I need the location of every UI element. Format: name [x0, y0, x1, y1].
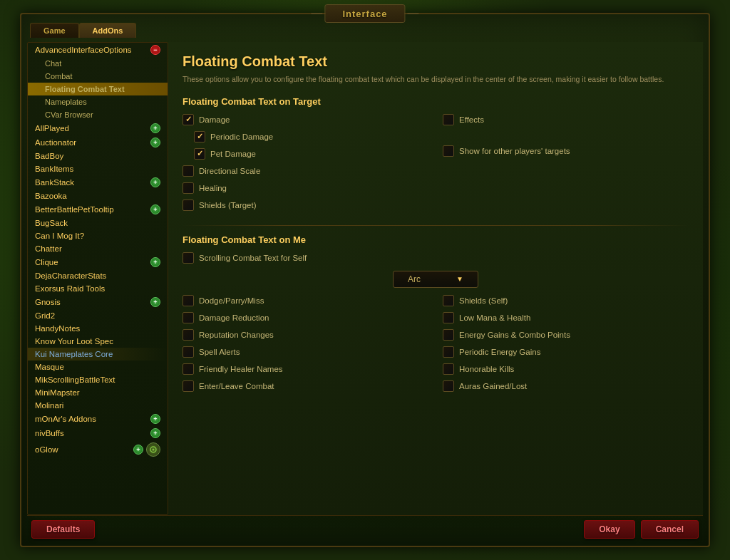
option-friendly-healer-names: Friendly Healer Names	[182, 363, 428, 375]
sidebar-item-auctionator[interactable]: Auctionator +	[28, 135, 168, 150]
label-scrolling-combat-self: Scrolling Combat Text for Self	[199, 254, 307, 262]
checkbox-honorable-kills[interactable]	[443, 363, 454, 375]
sidebar-item-bugsack[interactable]: BugSack	[28, 217, 168, 229]
expand-btn-auctionator[interactable]: +	[150, 138, 160, 147]
sidebar-item-dejacharacterstats[interactable]: DejaCharacterStats	[28, 269, 168, 282]
checkbox-low-mana-health[interactable]	[443, 312, 454, 323]
content-area: AdvancedInterfaceOptions − Chat Combat F…	[27, 42, 703, 515]
target-options-col2-single: Effects Show for other players' targets	[443, 114, 689, 157]
checkbox-spell-alerts[interactable]	[182, 346, 194, 358]
sidebar-item-bazooka[interactable]: Bazooka	[28, 190, 168, 202]
checkbox-healing[interactable]	[182, 182, 194, 194]
sidebar-label: BankStack	[35, 178, 74, 187]
checkbox-show-other-players[interactable]	[443, 145, 454, 157]
sidebar-item-oglow[interactable]: oGlow +	[28, 440, 168, 459]
target-options-col2: Effects Show for other players' targets	[443, 114, 689, 217]
checkbox-auras-gained-lost[interactable]	[443, 380, 454, 392]
section-title-on-me: Floating Combat Text on Me	[182, 234, 689, 245]
tab-game[interactable]: Game	[30, 23, 79, 38]
sidebar-label: Masque	[35, 363, 64, 371]
checkbox-enter-leave-combat[interactable]	[182, 380, 194, 392]
sidebar-item-molinari[interactable]: Molinari	[28, 399, 168, 412]
label-pet-damage: Pet Damage	[210, 150, 256, 158]
sidebar-item-masque[interactable]: Masque	[28, 361, 168, 373]
expand-btn-monars[interactable]: +	[150, 414, 160, 424]
option-healing: Healing	[182, 182, 428, 194]
label-low-mana-health: Low Mana & Health	[459, 313, 530, 322]
expand-btn-advanced[interactable]: −	[150, 45, 160, 55]
checkbox-reputation-changes[interactable]	[182, 329, 194, 341]
checkbox-pet-damage[interactable]	[194, 148, 205, 160]
sidebar-item-grid2[interactable]: Grid2	[28, 309, 168, 322]
expand-btn-clique[interactable]: +	[150, 257, 160, 267]
option-shields-self: Shields (Self)	[443, 295, 689, 306]
sidebar-label: MiniMapster	[35, 388, 80, 397]
minimap-icon[interactable]	[146, 442, 160, 457]
sidebar-item-cvar-browser[interactable]: CVar Browser	[28, 108, 168, 121]
sidebar-item-handynotes[interactable]: HandyNotes	[28, 322, 168, 335]
checkbox-effects[interactable]	[443, 114, 454, 125]
sidebar-item-exorsus[interactable]: Exorsus Raid Tools	[28, 282, 168, 295]
dropdown-row: Arc ▼	[182, 271, 689, 288]
sidebar-item-monars-addons[interactable]: mOnAr's Addons +	[28, 412, 168, 426]
checkbox-energy-gains-combo[interactable]	[443, 329, 454, 341]
checkbox-periodic-damage[interactable]	[194, 131, 205, 142]
checkbox-friendly-healer-names[interactable]	[182, 363, 194, 375]
expand-btn-bankstack[interactable]: +	[150, 177, 160, 187]
sidebar-item-allplayed[interactable]: AllPlayed +	[28, 121, 168, 135]
checkbox-directional-scale[interactable]	[182, 165, 194, 177]
sidebar-item-combat[interactable]: Combat	[28, 70, 168, 83]
label-effects: Effects	[459, 115, 484, 124]
option-damage: Damage	[182, 114, 428, 125]
checkbox-shields-self[interactable]	[443, 295, 454, 306]
sidebar-label: HandyNotes	[35, 324, 80, 333]
sidebar-item-gnosis[interactable]: Gnosis +	[28, 295, 168, 309]
sidebar-item-nivbuffs[interactable]: nivBuffs +	[28, 426, 168, 440]
sidebar-item-mikscrolling[interactable]: MikScrollingBattleText	[28, 373, 168, 386]
sidebar-item-clique[interactable]: Clique +	[28, 255, 168, 269]
sidebar-item-chat[interactable]: Chat	[28, 57, 168, 70]
checkbox-periodic-energy-gains[interactable]	[443, 346, 454, 358]
expand-btn-nivbuffs[interactable]: +	[150, 428, 160, 438]
sidebar-item-minimapster[interactable]: MiniMapster	[28, 386, 168, 399]
arc-dropdown[interactable]: Arc ▼	[393, 271, 478, 288]
sidebar-item-bankstack[interactable]: BankStack +	[28, 175, 168, 190]
checkbox-shields-target[interactable]	[182, 199, 194, 211]
checkbox-damage[interactable]	[182, 114, 194, 125]
sidebar-item-betterbattlepettooltip[interactable]: BetterBattlePetTooltip +	[28, 202, 168, 217]
checkbox-damage-reduction[interactable]	[182, 312, 194, 323]
cancel-button[interactable]: Cancel	[641, 520, 699, 539]
sidebar-label: MikScrollingBattleText	[35, 375, 115, 384]
option-show-other-players: Show for other players' targets	[443, 145, 689, 157]
sidebar-item-canimogit[interactable]: Can I Mog It?	[28, 229, 168, 242]
sidebar-item-floating-combat-text[interactable]: Floating Combat Text	[28, 83, 168, 95]
checkbox-dodge-parry-miss[interactable]	[182, 295, 194, 306]
expand-btn-oglow[interactable]: +	[133, 445, 143, 455]
sidebar-item-chatter[interactable]: Chatter	[28, 242, 168, 255]
expand-btn-gnosis[interactable]: +	[150, 297, 160, 307]
sidebar-item-badboy[interactable]: BadBoy	[28, 150, 168, 162]
sidebar: AdvancedInterfaceOptions − Chat Combat F…	[27, 42, 168, 515]
sidebar-label: Nameplates	[35, 98, 87, 106]
expand-btn-allplayed[interactable]: +	[150, 123, 160, 133]
sidebar-item-nameplates[interactable]: Nameplates	[28, 95, 168, 108]
defaults-button[interactable]: Defaults	[31, 520, 95, 539]
sidebar-item-bankitems[interactable]: BankItems	[28, 162, 168, 175]
sidebar-label: mOnAr's Addons	[35, 415, 96, 423]
sidebar-item-knowyourlootspec[interactable]: Know Your Loot Spec	[28, 335, 168, 348]
sidebar-item-kuinameplates[interactable]: Kui Nameplates Core	[28, 348, 168, 361]
expand-btn-betterbattlepettooltip[interactable]: +	[150, 204, 160, 214]
sidebar-label: Kui Nameplates Core	[35, 350, 113, 358]
dropdown-arrow-icon: ▼	[456, 275, 463, 283]
okay-button[interactable]: Okay	[584, 520, 634, 539]
checkbox-scrolling-combat-self[interactable]	[182, 252, 194, 264]
sidebar-label: Auctionator	[35, 138, 76, 147]
option-scrolling-combat-self: Scrolling Combat Text for Self	[182, 252, 689, 264]
sidebar-label: Know Your Loot Spec	[35, 337, 113, 346]
label-auras-gained-lost: Auras Gained/Lost	[459, 382, 527, 390]
sidebar-label: Clique	[35, 258, 58, 266]
divider-1	[182, 225, 689, 226]
sidebar-item-advanced-interface-options[interactable]: AdvancedInterfaceOptions −	[28, 43, 168, 57]
tab-addons[interactable]: AddOns	[79, 23, 137, 38]
label-healing: Healing	[199, 184, 227, 192]
